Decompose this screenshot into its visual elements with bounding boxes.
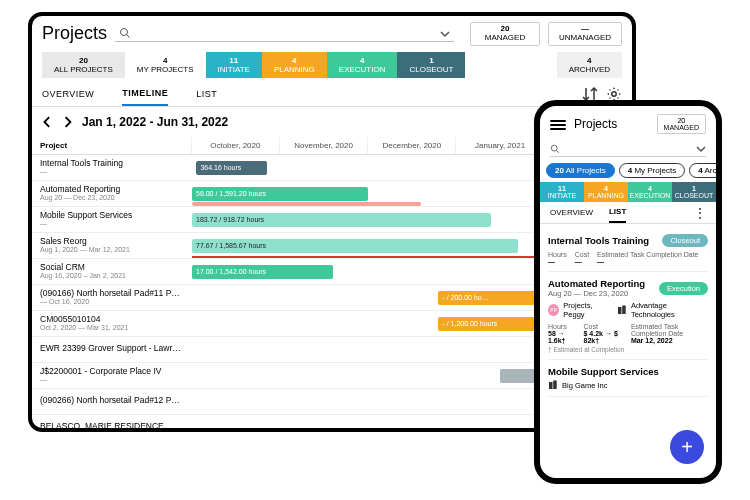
phase-closeout[interactable]: 1CLOSEOUT — [672, 182, 716, 202]
gantt-bar[interactable]: 77.67 / 1,585.67 hours — [192, 239, 518, 253]
hamburger-icon[interactable] — [550, 118, 566, 130]
col-month-2: December, 2020 — [367, 137, 455, 154]
desktop-header: Projects 20MANAGED —UNMANAGED — [32, 16, 632, 52]
col-month-3: January, 2021 — [455, 137, 543, 154]
mobile-title: Projects — [574, 117, 649, 131]
svg-point-5 — [551, 145, 557, 151]
svg-point-0 — [121, 29, 128, 36]
mobile-filter-chips: 20 All Projects 4 My Projects 4 Archive — [540, 163, 716, 182]
mobile-managed-pill[interactable]: 20MANAGED — [657, 114, 706, 134]
project-name: Automated Reporting — [40, 184, 120, 194]
card-automated-reporting[interactable]: Automated Reporting Aug 20 — Dec 23, 202… — [548, 272, 708, 360]
col-month-1: November, 2020 — [279, 137, 367, 154]
building-icon — [548, 380, 558, 390]
mobile-cards: Internal Tools Training Closeout Hours— … — [540, 224, 716, 401]
mobile-search[interactable] — [550, 142, 706, 157]
view-tabs: OVERVIEW TIMELINE LIST — [32, 82, 632, 107]
prev-arrow-icon[interactable] — [42, 116, 54, 128]
project-name: Sales Reorg — [40, 236, 87, 246]
building-icon — [617, 305, 627, 315]
filter-closeout[interactable]: 1CLOSEOUT — [397, 52, 465, 78]
chip-my[interactable]: 4 My Projects — [619, 163, 685, 178]
filter-planning[interactable]: 4PLANNING — [262, 52, 327, 78]
company-row: Big Game Inc — [548, 380, 708, 390]
phase-execution[interactable]: 4EXECUTION — [628, 182, 672, 202]
project-name: (090166) North horsetail Pad#11 P… — [40, 288, 180, 298]
fab-add-button[interactable]: + — [670, 430, 704, 464]
svg-rect-9 — [549, 382, 553, 389]
project-name: EWR 23399 Grover Support - Lawr… — [40, 343, 181, 353]
project-name: Internal Tools Training — [40, 158, 123, 168]
svg-rect-8 — [622, 306, 626, 315]
unmanaged-pill[interactable]: —UNMANAGED — [548, 22, 622, 46]
chip-all[interactable]: 20 All Projects — [546, 163, 615, 178]
gantt-bar[interactable]: 364.16 hours — [196, 161, 266, 175]
project-name: BELASCO, MARIE RESIDENCE — [40, 421, 164, 431]
mobile-phase-tabs: 11INITIATE 4PLANNING 4EXECUTION 1CLOSEOU… — [540, 182, 716, 202]
search-input[interactable] — [131, 28, 440, 39]
card-mobile-support[interactable]: Mobile Support Services Big Game Inc — [548, 360, 708, 397]
status-badge: Execution — [659, 282, 708, 295]
mobile-search-input[interactable] — [560, 144, 696, 154]
svg-point-4 — [612, 91, 616, 95]
filter-tabs: 20ALL PROJECTS 4MY PROJECTS 11INITIATE 4… — [32, 52, 632, 82]
mobile-tab-overview[interactable]: OVERVIEW — [550, 203, 593, 222]
filter-my-projects[interactable]: 4MY PROJECTS — [125, 52, 206, 78]
phase-initiate[interactable]: 11INITIATE — [540, 182, 584, 202]
owner-row: PP Projects, Peggy Advantage Technologie… — [548, 301, 708, 319]
search-input-wrap[interactable] — [115, 25, 454, 42]
chip-archived[interactable]: 4 Archive — [689, 163, 716, 178]
managed-pill[interactable]: 20MANAGED — [470, 22, 540, 46]
next-arrow-icon[interactable] — [62, 116, 74, 128]
mobile-header: Projects 20MANAGED — [540, 106, 716, 142]
tab-list[interactable]: LIST — [196, 83, 217, 105]
svg-line-1 — [127, 35, 130, 38]
col-month-0: October, 2020 — [191, 137, 279, 154]
status-badge: Closeout — [662, 234, 708, 247]
search-icon — [119, 27, 131, 39]
card-internal-tools[interactable]: Internal Tools Training Closeout Hours— … — [548, 228, 708, 272]
mobile-view-tabs: OVERVIEW LIST ⋮ — [540, 202, 716, 224]
tab-timeline[interactable]: TIMELINE — [122, 82, 168, 106]
col-project: Project — [32, 137, 191, 154]
more-icon[interactable]: ⋮ — [694, 206, 706, 220]
chevron-down-icon[interactable] — [696, 144, 706, 154]
filter-execution[interactable]: 4EXECUTION — [327, 52, 398, 78]
mobile-tab-list[interactable]: LIST — [609, 202, 626, 223]
filter-all-projects[interactable]: 20ALL PROJECTS — [42, 52, 125, 78]
svg-rect-7 — [618, 307, 622, 314]
mobile-window: Projects 20MANAGED 20 All Projects 4 My … — [534, 100, 722, 484]
svg-line-6 — [556, 150, 559, 153]
project-name: Social CRM — [40, 262, 85, 272]
filter-archived[interactable]: 4ARCHIVED — [557, 52, 622, 78]
project-name: (090266) North horsetail Pad#12 P… — [40, 395, 180, 405]
phase-planning[interactable]: 4PLANNING — [584, 182, 628, 202]
project-name: Mobile Support Services — [40, 210, 132, 220]
gantt-subbar — [192, 202, 421, 206]
project-name: J$2200001 - Corporate Place IV — [40, 366, 161, 376]
filter-initiate[interactable]: 11INITIATE — [206, 52, 262, 78]
page-title: Projects — [42, 23, 107, 44]
gantt-bar[interactable]: 183.72 / 918.72 hours — [192, 213, 491, 227]
date-range-label: Jan 1, 2022 - Jun 31, 2022 — [82, 115, 228, 129]
tab-overview[interactable]: OVERVIEW — [42, 83, 94, 105]
search-icon — [550, 144, 560, 154]
chevron-down-icon[interactable] — [440, 28, 450, 38]
gantt-bar[interactable]: 17.00 / 1,542.00 hours — [192, 265, 333, 279]
gantt-bar[interactable]: 58.00 / 1,591.20 hours — [192, 187, 368, 201]
svg-rect-10 — [553, 381, 557, 390]
avatar: PP — [548, 304, 559, 316]
project-name: CM0055010104 — [40, 314, 101, 324]
